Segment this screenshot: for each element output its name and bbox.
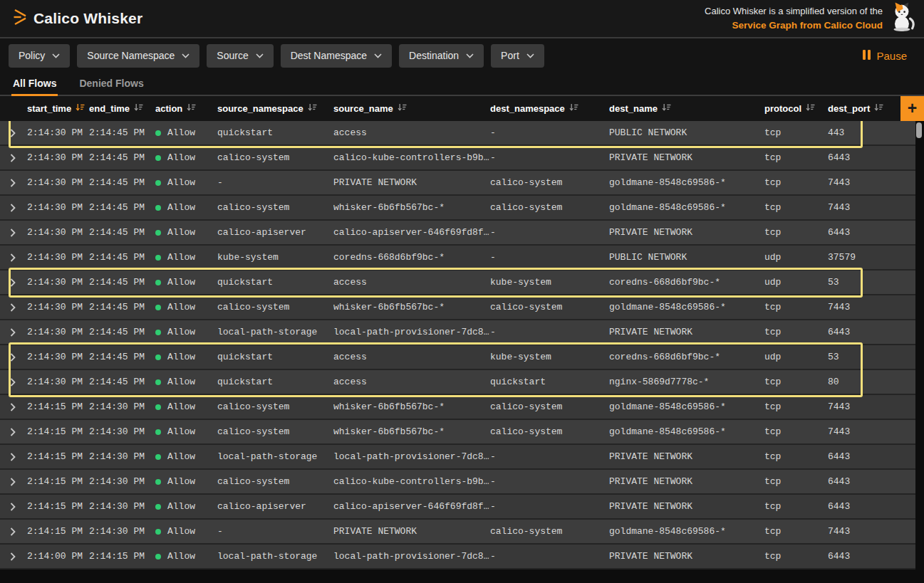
cell-dest-name: goldmane-8548c69586-* bbox=[609, 426, 764, 437]
top-bar: Calico Whisker Calico Whisker is a simpl… bbox=[0, 0, 924, 38]
pause-label: Pause bbox=[876, 50, 907, 62]
cell-start-time: 2:14:15 PM bbox=[27, 526, 89, 537]
filter-dropdown-source[interactable]: Source bbox=[207, 44, 273, 68]
column-header-protocol[interactable]: protocol bbox=[764, 103, 828, 114]
cell-dest-namespace: kube-system bbox=[490, 352, 609, 362]
chevron-down-icon bbox=[466, 53, 474, 58]
expand-row-chevron-icon[interactable] bbox=[10, 278, 27, 287]
cell-dest-port: 7443 bbox=[828, 426, 915, 437]
cell-source-namespace: calico-apiserver bbox=[217, 227, 333, 238]
column-header-source-namespace[interactable]: source_namespace bbox=[217, 103, 333, 114]
cell-end-time: 2:14:30 PM bbox=[89, 476, 155, 487]
cell-action: Allow bbox=[155, 277, 217, 288]
allow-status-dot-icon bbox=[155, 429, 161, 435]
action-label: Allow bbox=[167, 202, 195, 213]
expand-row-chevron-icon[interactable] bbox=[10, 328, 27, 337]
table-row[interactable]: 2:14:30 PM 2:14:45 PM Allow quickstart a… bbox=[0, 370, 915, 395]
expand-row-chevron-icon[interactable] bbox=[10, 154, 27, 162]
cell-source-name: calico-kube-controllers-b9b… bbox=[333, 152, 490, 163]
tagline: Calico Whisker is a simplified version o… bbox=[705, 2, 915, 35]
cell-protocol: tcp bbox=[764, 127, 828, 138]
cell-source-namespace: calico-system bbox=[217, 401, 333, 412]
cell-start-time: 2:14:00 PM bbox=[27, 551, 89, 562]
filter-dropdown-dest-namespace[interactable]: Dest Namespace bbox=[281, 44, 392, 68]
cell-source-namespace: kube-system bbox=[217, 252, 333, 263]
expand-row-chevron-icon[interactable] bbox=[10, 428, 27, 436]
cell-action: Allow bbox=[155, 476, 217, 487]
table-row[interactable]: 2:14:30 PM 2:14:45 PM Allow local-path-s… bbox=[0, 320, 915, 345]
cell-protocol: tcp bbox=[764, 202, 828, 213]
column-header-label: start_time bbox=[27, 103, 71, 114]
cell-end-time: 2:14:45 PM bbox=[89, 202, 155, 213]
filter-dropdown-policy[interactable]: Policy bbox=[9, 44, 70, 68]
service-graph-link[interactable]: Service Graph from Calico Cloud bbox=[705, 19, 883, 33]
table-row[interactable]: 2:14:30 PM 2:14:45 PM Allow quickstart a… bbox=[0, 345, 915, 370]
column-header-start-time[interactable]: start_time bbox=[27, 103, 89, 114]
expand-row-chevron-icon[interactable] bbox=[10, 253, 27, 262]
table-row[interactable]: 2:14:30 PM 2:14:45 PM Allow calico-apise… bbox=[0, 221, 915, 246]
cell-end-time: 2:14:45 PM bbox=[89, 277, 155, 288]
column-header-source-name[interactable]: source_name bbox=[333, 103, 490, 114]
expand-row-chevron-icon[interactable] bbox=[10, 179, 27, 187]
cell-action: Allow bbox=[155, 551, 217, 562]
cell-dest-name: coredns-668d6bf9bc-* bbox=[609, 352, 764, 362]
expand-row-chevron-icon[interactable] bbox=[10, 378, 27, 387]
expand-row-chevron-icon[interactable] bbox=[10, 527, 27, 536]
vertical-scrollbar-thumb[interactable] bbox=[916, 122, 922, 138]
table-row[interactable]: 2:14:30 PM 2:14:45 PM Allow quickstart a… bbox=[0, 271, 915, 295]
cell-end-time: 2:14:45 PM bbox=[89, 252, 155, 263]
cell-dest-name: PRIVATE NETWORK bbox=[609, 451, 764, 462]
expand-row-chevron-icon[interactable] bbox=[10, 353, 27, 362]
table-row[interactable]: 2:14:30 PM 2:14:45 PM Allow calico-syste… bbox=[0, 196, 915, 221]
allow-status-dot-icon bbox=[155, 379, 161, 385]
column-header-end-time[interactable]: end_time bbox=[89, 103, 155, 114]
tab-denied-flows[interactable]: Denied Flows bbox=[78, 73, 145, 96]
table-row[interactable]: 2:14:15 PM 2:14:30 PM Allow calico-apise… bbox=[0, 495, 915, 520]
expand-row-chevron-icon[interactable] bbox=[10, 503, 27, 511]
column-header-dest-namespace[interactable]: dest_namespace bbox=[490, 103, 609, 114]
table-row[interactable]: 2:14:15 PM 2:14:30 PM Allow - PRIVATE NE… bbox=[0, 520, 915, 545]
flows-table-body: 2:14:30 PM 2:14:45 PM Allow quickstart a… bbox=[0, 121, 924, 583]
table-row[interactable]: 2:14:15 PM 2:14:30 PM Allow calico-syste… bbox=[0, 395, 915, 420]
cell-source-namespace: calico-system bbox=[217, 426, 333, 437]
cell-action: Allow bbox=[155, 426, 217, 437]
cell-start-time: 2:14:15 PM bbox=[27, 401, 89, 412]
table-row[interactable]: 2:14:30 PM 2:14:45 PM Allow calico-syste… bbox=[0, 146, 915, 171]
sort-descending-icon bbox=[398, 103, 407, 114]
tab-all-flows[interactable]: All Flows bbox=[11, 73, 58, 96]
table-row[interactable]: 2:14:00 PM 2:14:15 PM Allow local-path-s… bbox=[0, 545, 915, 569]
table-row[interactable]: 2:14:30 PM 2:14:45 PM Allow calico-syste… bbox=[0, 295, 915, 320]
allow-status-dot-icon bbox=[155, 554, 161, 560]
filter-dropdown-port[interactable]: Port bbox=[491, 44, 544, 68]
cell-dest-port: 6443 bbox=[828, 476, 915, 487]
expand-row-chevron-icon[interactable] bbox=[10, 478, 27, 486]
table-row[interactable]: 2:14:15 PM 2:14:30 PM Allow calico-syste… bbox=[0, 420, 915, 445]
expand-row-chevron-icon[interactable] bbox=[10, 453, 27, 461]
table-row[interactable]: 2:14:15 PM 2:14:30 PM Allow calico-syste… bbox=[0, 470, 915, 495]
cell-dest-port: 6443 bbox=[828, 501, 915, 512]
expand-row-chevron-icon[interactable] bbox=[10, 303, 27, 312]
filter-dropdown-source-namespace[interactable]: Source Namespace bbox=[77, 44, 199, 68]
cell-start-time: 2:14:30 PM bbox=[27, 227, 89, 238]
expand-row-chevron-icon[interactable] bbox=[10, 229, 27, 237]
cell-start-time: 2:14:30 PM bbox=[27, 352, 89, 362]
expand-row-chevron-icon[interactable] bbox=[10, 403, 27, 411]
expand-row-chevron-icon[interactable] bbox=[10, 552, 27, 561]
cell-source-name: PRIVATE NETWORK bbox=[333, 526, 490, 537]
pause-button[interactable]: Pause bbox=[863, 50, 915, 62]
add-column-button[interactable]: + bbox=[900, 96, 924, 121]
column-header-label: dest_port bbox=[828, 103, 870, 114]
table-row[interactable]: 2:14:30 PM 2:14:45 PM Allow kube-system … bbox=[0, 246, 915, 271]
cell-start-time: 2:14:30 PM bbox=[27, 377, 89, 387]
filter-dropdown-destination[interactable]: Destination bbox=[399, 44, 484, 68]
table-row[interactable]: 2:14:30 PM 2:14:45 PM Allow quickstart a… bbox=[0, 121, 915, 146]
expand-row-chevron-icon[interactable] bbox=[10, 204, 27, 212]
table-row[interactable]: 2:14:30 PM 2:14:45 PM Allow - PRIVATE NE… bbox=[0, 171, 915, 196]
cell-action: Allow bbox=[155, 152, 217, 163]
column-header-action[interactable]: action bbox=[155, 103, 217, 114]
cell-end-time: 2:14:45 PM bbox=[89, 327, 155, 337]
table-row[interactable]: 2:14:15 PM 2:14:30 PM Allow local-path-s… bbox=[0, 445, 915, 470]
cell-source-namespace: calico-system bbox=[217, 152, 333, 163]
column-header-dest-name[interactable]: dest_name bbox=[609, 103, 764, 114]
expand-row-chevron-icon[interactable] bbox=[10, 129, 27, 137]
